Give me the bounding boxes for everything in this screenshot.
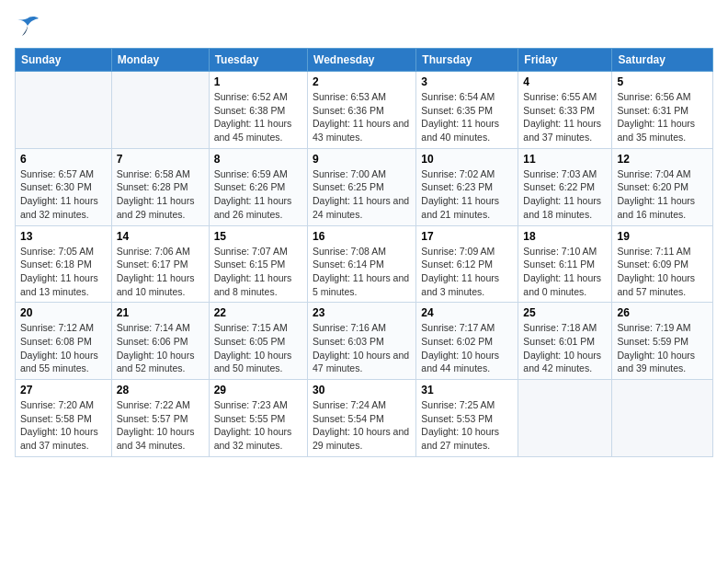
day-info: Sunrise: 7:11 AM Sunset: 6:09 PM Dayligh… [617,245,708,299]
day-info: Sunrise: 6:58 AM Sunset: 6:28 PM Dayligh… [117,167,204,222]
day-number: 1 [214,75,302,88]
calendar-cell: 23Sunrise: 7:16 AM Sunset: 6:03 PM Dayli… [308,303,416,380]
weekday-header: Wednesday [308,49,416,72]
calendar-cell: 24Sunrise: 7:17 AM Sunset: 6:02 PM Dayli… [416,303,518,380]
calendar-cell: 20Sunrise: 7:12 AM Sunset: 6:08 PM Dayli… [16,303,112,380]
logo-bird-icon [15,15,40,37]
calendar-cell: 2Sunrise: 6:53 AM Sunset: 6:36 PM Daylig… [308,72,416,149]
day-number: 15 [214,230,302,243]
calendar-cell: 12Sunrise: 7:04 AM Sunset: 6:20 PM Dayli… [612,148,713,225]
day-info: Sunrise: 7:07 AM Sunset: 6:15 PM Dayligh… [214,245,302,299]
day-info: Sunrise: 7:03 AM Sunset: 6:22 PM Dayligh… [523,167,607,222]
day-number: 5 [617,75,708,88]
day-info: Sunrise: 7:22 AM Sunset: 5:57 PM Dayligh… [117,398,204,453]
calendar-cell: 5Sunrise: 6:56 AM Sunset: 6:31 PM Daylig… [612,72,713,149]
day-info: Sunrise: 7:04 AM Sunset: 6:20 PM Dayligh… [617,167,708,222]
day-number: 2 [313,75,411,88]
calendar-cell [111,72,209,149]
day-number: 9 [313,153,411,166]
day-info: Sunrise: 6:52 AM Sunset: 6:38 PM Dayligh… [214,90,302,144]
day-number: 25 [523,306,607,319]
calendar-cell: 19Sunrise: 7:11 AM Sunset: 6:09 PM Dayli… [612,225,713,303]
weekday-header: Thursday [416,49,518,72]
day-info: Sunrise: 6:55 AM Sunset: 6:33 PM Dayligh… [523,90,607,144]
calendar-cell: 30Sunrise: 7:24 AM Sunset: 5:54 PM Dayli… [308,380,416,457]
day-info: Sunrise: 6:54 AM Sunset: 6:35 PM Dayligh… [421,90,513,144]
calendar-cell [518,380,612,457]
calendar-cell: 3Sunrise: 6:54 AM Sunset: 6:35 PM Daylig… [416,72,518,149]
day-number: 19 [617,230,708,243]
day-info: Sunrise: 7:18 AM Sunset: 6:01 PM Dayligh… [523,321,607,375]
day-info: Sunrise: 7:06 AM Sunset: 6:17 PM Dayligh… [117,245,204,299]
day-number: 13 [20,230,107,243]
day-number: 20 [20,306,107,319]
calendar-cell: 9Sunrise: 7:00 AM Sunset: 6:25 PM Daylig… [308,148,416,225]
day-info: Sunrise: 6:59 AM Sunset: 6:26 PM Dayligh… [214,167,302,222]
calendar-cell: 16Sunrise: 7:08 AM Sunset: 6:14 PM Dayli… [308,225,416,303]
day-number: 16 [313,230,411,243]
calendar-cell: 27Sunrise: 7:20 AM Sunset: 5:58 PM Dayli… [16,380,112,457]
day-number: 18 [523,230,607,243]
calendar-cell: 18Sunrise: 7:10 AM Sunset: 6:11 PM Dayli… [518,225,612,303]
day-number: 31 [421,384,513,396]
day-number: 27 [20,384,107,396]
day-number: 4 [523,75,607,88]
calendar-cell: 14Sunrise: 7:06 AM Sunset: 6:17 PM Dayli… [111,225,209,303]
weekday-header: Saturday [612,49,713,72]
calendar-cell: 7Sunrise: 6:58 AM Sunset: 6:28 PM Daylig… [111,148,209,225]
day-info: Sunrise: 7:08 AM Sunset: 6:14 PM Dayligh… [313,245,411,299]
calendar-cell: 15Sunrise: 7:07 AM Sunset: 6:15 PM Dayli… [209,225,307,303]
day-number: 6 [20,153,107,166]
calendar-cell: 1Sunrise: 6:52 AM Sunset: 6:38 PM Daylig… [209,72,307,149]
day-info: Sunrise: 7:14 AM Sunset: 6:06 PM Dayligh… [117,321,204,375]
calendar-table: SundayMondayTuesdayWednesdayThursdayFrid… [15,48,713,457]
calendar-cell: 17Sunrise: 7:09 AM Sunset: 6:12 PM Dayli… [416,225,518,303]
day-info: Sunrise: 6:57 AM Sunset: 6:30 PM Dayligh… [20,167,107,222]
day-info: Sunrise: 6:56 AM Sunset: 6:31 PM Dayligh… [617,90,708,144]
day-info: Sunrise: 7:24 AM Sunset: 5:54 PM Dayligh… [313,398,411,453]
calendar-cell: 22Sunrise: 7:15 AM Sunset: 6:05 PM Dayli… [209,303,307,380]
day-info: Sunrise: 7:19 AM Sunset: 5:59 PM Dayligh… [617,321,708,375]
day-number: 28 [117,384,204,396]
day-info: Sunrise: 7:17 AM Sunset: 6:02 PM Dayligh… [421,321,513,375]
calendar-cell: 11Sunrise: 7:03 AM Sunset: 6:22 PM Dayli… [518,148,612,225]
day-info: Sunrise: 7:16 AM Sunset: 6:03 PM Dayligh… [313,321,411,375]
logo [15,15,44,37]
calendar-cell [16,72,112,149]
day-number: 24 [421,306,513,319]
calendar-cell: 10Sunrise: 7:02 AM Sunset: 6:23 PM Dayli… [416,148,518,225]
day-number: 14 [117,230,204,243]
calendar-cell: 8Sunrise: 6:59 AM Sunset: 6:26 PM Daylig… [209,148,307,225]
page-header [15,15,713,37]
calendar-cell: 29Sunrise: 7:23 AM Sunset: 5:55 PM Dayli… [209,380,307,457]
day-info: Sunrise: 7:09 AM Sunset: 6:12 PM Dayligh… [421,245,513,299]
day-number: 7 [117,153,204,166]
day-number: 12 [617,153,708,166]
day-info: Sunrise: 7:05 AM Sunset: 6:18 PM Dayligh… [20,245,107,299]
calendar-cell: 26Sunrise: 7:19 AM Sunset: 5:59 PM Dayli… [612,303,713,380]
day-info: Sunrise: 7:12 AM Sunset: 6:08 PM Dayligh… [20,321,107,375]
calendar-cell: 28Sunrise: 7:22 AM Sunset: 5:57 PM Dayli… [111,380,209,457]
weekday-header: Friday [518,49,612,72]
calendar-cell: 4Sunrise: 6:55 AM Sunset: 6:33 PM Daylig… [518,72,612,149]
weekday-header: Tuesday [209,49,307,72]
day-number: 8 [214,153,302,166]
day-number: 17 [421,230,513,243]
day-number: 26 [617,306,708,319]
day-number: 3 [421,75,513,88]
day-number: 23 [313,306,411,319]
day-number: 10 [421,153,513,166]
calendar-cell: 21Sunrise: 7:14 AM Sunset: 6:06 PM Dayli… [111,303,209,380]
day-info: Sunrise: 7:25 AM Sunset: 5:53 PM Dayligh… [421,398,513,453]
day-info: Sunrise: 7:10 AM Sunset: 6:11 PM Dayligh… [523,245,607,299]
calendar-cell: 31Sunrise: 7:25 AM Sunset: 5:53 PM Dayli… [416,380,518,457]
weekday-header: Sunday [16,49,112,72]
day-number: 21 [117,306,204,319]
calendar-cell: 6Sunrise: 6:57 AM Sunset: 6:30 PM Daylig… [16,148,112,225]
day-info: Sunrise: 7:20 AM Sunset: 5:58 PM Dayligh… [20,398,107,453]
day-info: Sunrise: 7:02 AM Sunset: 6:23 PM Dayligh… [421,167,513,222]
day-info: Sunrise: 6:53 AM Sunset: 6:36 PM Dayligh… [313,90,411,144]
calendar-cell: 13Sunrise: 7:05 AM Sunset: 6:18 PM Dayli… [16,225,112,303]
day-number: 30 [313,384,411,396]
day-info: Sunrise: 7:00 AM Sunset: 6:25 PM Dayligh… [313,167,411,222]
